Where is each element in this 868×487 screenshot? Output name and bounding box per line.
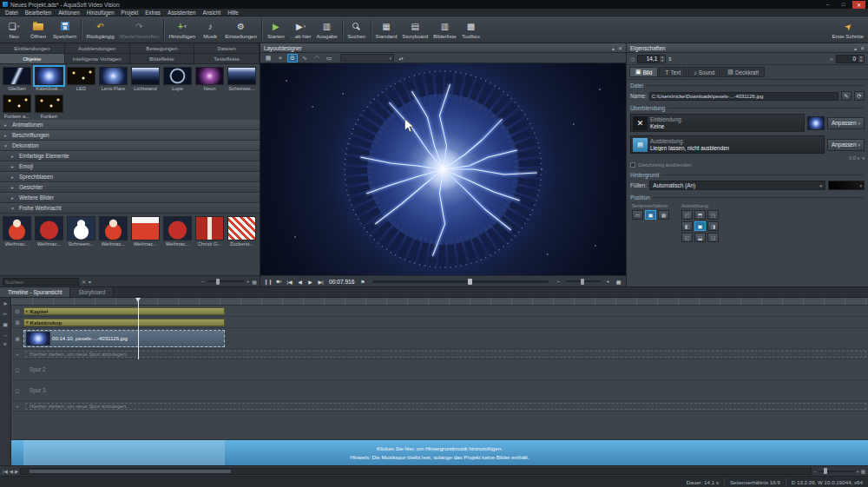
tab-sound[interactable]: ♪Sound: [687, 67, 720, 77]
minimize-button[interactable]: –: [821, 1, 834, 9]
maximize-button[interactable]: □: [837, 1, 850, 9]
layout-storyboard-button[interactable]: ▤ Storyboard: [399, 17, 431, 42]
effect-item[interactable]: Lupe: [162, 67, 193, 91]
path-tool-icon[interactable]: ∿: [299, 54, 310, 63]
ratio-tool-icon[interactable]: ▭: [324, 54, 334, 63]
tab-objekte[interactable]: Objekte: [0, 54, 65, 64]
deco-item[interactable]: Weihnac...: [130, 216, 161, 247]
spin-down-icon[interactable]: ▼: [858, 59, 864, 63]
tab-deckkraft[interactable]: ▨Deckkraft: [721, 67, 765, 77]
playhead[interactable]: [138, 298, 139, 359]
zoom-in-icon[interactable]: +: [247, 279, 250, 284]
menu-projekt[interactable]: Projekt: [118, 10, 142, 16]
video-preview[interactable]: [260, 63, 626, 275]
step-back-icon[interactable]: ◀: [296, 277, 304, 286]
chapter-bar[interactable]: ▸ Kapitel: [23, 307, 225, 315]
effect-item[interactable]: Scheinwe...: [227, 67, 257, 91]
effect-item[interactable]: Lens Flare: [98, 67, 128, 91]
close-button[interactable]: ✕: [852, 1, 865, 9]
tab-texteffekte[interactable]: Texteffekte: [194, 54, 260, 64]
align-bottom-left-button[interactable]: ◱: [681, 233, 693, 242]
play-from-here-button[interactable]: ▶▾ ...ab hier: [288, 17, 314, 42]
effect-item[interactable]: Neon: [194, 67, 225, 91]
search-input[interactable]: [3, 278, 79, 286]
fade-in-adjust-button[interactable]: Anpassen▾: [827, 117, 865, 129]
align-top-right-button[interactable]: ◳: [707, 210, 719, 220]
fit-timeline-icon[interactable]: ▦: [861, 469, 865, 474]
undo-button[interactable]: ↶ Rückgängig: [83, 17, 116, 42]
stop-icon[interactable]: ■▾: [275, 277, 283, 286]
track-spur3[interactable]: ▢ Spur 3: [11, 380, 868, 401]
tree-sprechblasen[interactable]: ▸Sprechblasen: [0, 172, 260, 182]
zoom-out-icon[interactable]: −: [201, 279, 205, 284]
timeline-zoom-out-icon[interactable]: −: [813, 469, 816, 474]
menu-extras[interactable]: Extras: [141, 10, 164, 16]
spinner-icon[interactable]: ▴▾: [396, 54, 406, 63]
seek-slider[interactable]: [372, 280, 549, 283]
music-track[interactable]: Klicken Sie hier, um Hintergrundmusik hi…: [11, 439, 868, 465]
simultaneous-fade-checkbox[interactable]: [630, 162, 635, 168]
timeline-zoom-slider[interactable]: [819, 471, 855, 472]
effect-item[interactable]: LED: [66, 67, 96, 91]
fit-view-icon[interactable]: ▦: [615, 277, 622, 286]
redo-button[interactable]: ↷ Wiederherstellen: [117, 17, 162, 42]
effect-item-selected[interactable]: Kaleidosk...: [34, 67, 64, 91]
toolbox-button[interactable]: ▩ Toolbox: [459, 17, 483, 42]
preview-zoom-in-icon[interactable]: +: [604, 277, 612, 286]
dropzone[interactable]: Hierher ziehen, um neue Spur anzulegen.: [25, 403, 866, 410]
tab-storyboard[interactable]: Storyboard: [70, 287, 114, 297]
spin-down-icon[interactable]: ▼: [659, 59, 665, 63]
scroll-start-icon[interactable]: |◀: [3, 469, 8, 474]
settings-button[interactable]: ⚙ Einstellungen: [222, 17, 260, 42]
select-tool-icon[interactable]: ➤: [3, 300, 7, 307]
menu-hilfe[interactable]: Hilfe: [224, 10, 242, 16]
preview-zoom-out-icon[interactable]: −: [555, 277, 562, 286]
rotate-tool-icon[interactable]: ⊙: [287, 54, 298, 63]
file-path-input[interactable]: [649, 92, 838, 101]
scroll-left-icon[interactable]: ◀: [10, 469, 13, 474]
thumbnail-size-slider[interactable]: [207, 280, 244, 282]
fill-dropdown[interactable]: Automatisch (An) ▾: [649, 181, 825, 190]
track-options-icon[interactable]: ≡: [3, 341, 7, 347]
scrollbar-thumb[interactable]: [30, 470, 231, 473]
skip-end-icon[interactable]: ▶|: [317, 277, 325, 286]
step-forward-icon[interactable]: ▶: [306, 277, 314, 286]
dropzone[interactable]: Hierher ziehen, um neue Spur anzulegen.: [25, 351, 866, 358]
edit-file-button[interactable]: ✎: [841, 91, 852, 101]
menu-assistenten[interactable]: Assistenten: [164, 10, 200, 16]
deco-item[interactable]: Zuckerst...: [227, 216, 257, 247]
tab-timeline-spuransicht[interactable]: Timeline - Spuransicht: [0, 287, 70, 297]
skip-start-icon[interactable]: |◀: [286, 277, 293, 286]
tree-animationen[interactable]: ▸Animationen: [0, 120, 260, 130]
play-button[interactable]: ▶ Starten: [264, 17, 288, 42]
fade-in-box[interactable]: ✕ Einblendung: Keine: [630, 114, 805, 132]
tab-ausblendungen[interactable]: Ausblendungen: [65, 43, 130, 54]
aspect-fill-button[interactable]: ▦: [658, 210, 669, 220]
align-middle-left-button[interactable]: ◧: [681, 221, 693, 231]
filter-dropdown-icon[interactable]: ▾: [89, 279, 91, 285]
tree-frohe-weihnacht[interactable]: ▾Frohe Weihnacht: [0, 203, 260, 214]
deco-item[interactable]: Weihnac...: [98, 216, 128, 247]
grid-view-icon[interactable]: ▦: [252, 279, 257, 285]
menu-aktionen[interactable]: Aktionen: [55, 10, 83, 16]
aspect-keep-button[interactable]: ▣: [645, 210, 656, 220]
save-button[interactable]: Speichern: [50, 17, 79, 42]
tree-einfarbige-elemente[interactable]: ▸Einfarbige Elemente: [0, 151, 260, 161]
deco-item[interactable]: Weihnac...: [2, 216, 32, 247]
align-center-button[interactable]: ▣: [694, 221, 706, 231]
pause-icon[interactable]: ❙❙: [264, 277, 273, 286]
deco-item[interactable]: Weihnac...: [162, 216, 193, 247]
tree-dekoration[interactable]: ▾Dekoration: [0, 141, 260, 151]
seek-thumb[interactable]: [468, 279, 472, 285]
pin-icon[interactable]: ▴: [854, 45, 857, 51]
tree-gesichter[interactable]: ▸Gesichter: [0, 182, 260, 193]
close-panel-icon[interactable]: ✕: [860, 45, 865, 51]
align-top-center-button[interactable]: ⬒: [694, 210, 706, 220]
background-color-swatch[interactable]: ▾: [828, 181, 865, 190]
kaleidoskop-bar[interactable]: ▾ Kaleidoskop: [23, 319, 225, 326]
timemark-dropdown[interactable]: ▾: [340, 54, 394, 62]
layout-standard-button[interactable]: ▦ Standard: [373, 17, 400, 42]
duplicate-tool-icon[interactable]: ▣: [3, 321, 8, 328]
align-top-left-button[interactable]: ◰: [681, 210, 693, 220]
timeline-zoom-in-icon[interactable]: +: [857, 469, 859, 474]
